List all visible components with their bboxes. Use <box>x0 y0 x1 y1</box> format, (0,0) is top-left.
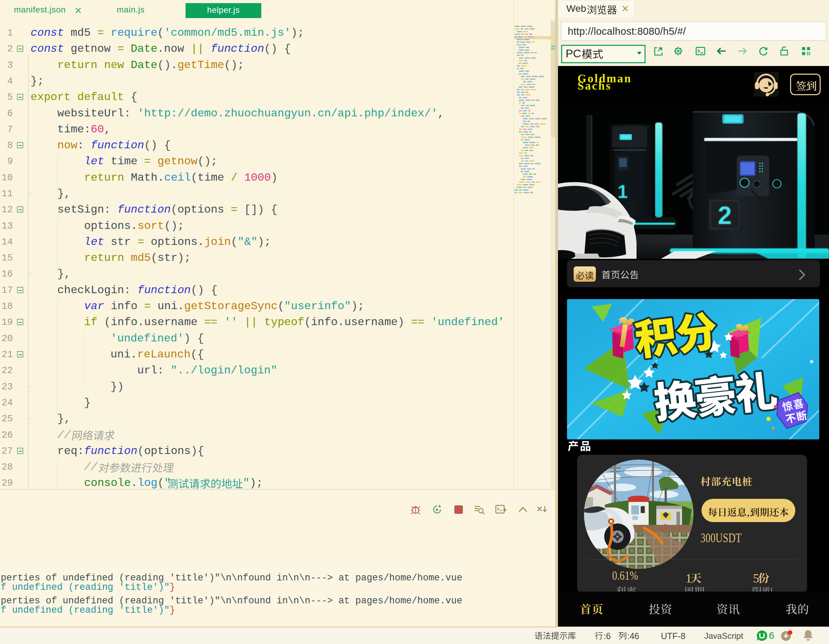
svg-text:2: 2 <box>718 202 732 229</box>
svg-text:1: 1 <box>618 181 628 202</box>
